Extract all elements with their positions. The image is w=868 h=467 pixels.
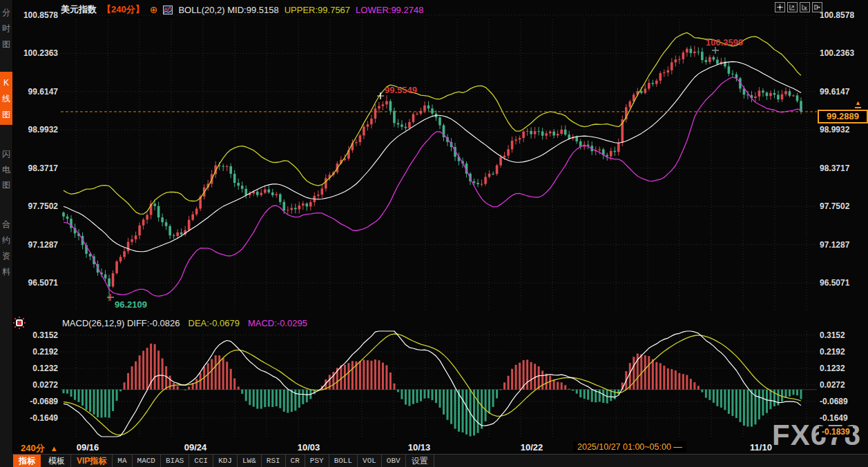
axis-label: 98.3717 — [14, 163, 58, 174]
axis-label: 98.9932 — [14, 124, 58, 135]
live-indicator-icon — [14, 317, 25, 328]
boll-upper-value: UPPER:99.7567 — [284, 5, 350, 15]
scale-up-icon[interactable] — [787, 2, 798, 12]
chart-tools — [775, 2, 822, 12]
toolbar-item-ma[interactable]: MA — [112, 455, 131, 467]
macd-bar-value: MACD:-0.0295 — [248, 318, 307, 328]
axis-label: 100.8578 — [820, 10, 865, 21]
sidebar-tab-shandiantu[interactable]: 闪 电 图 — [0, 143, 12, 195]
axis-label: 100.2363 — [14, 48, 58, 59]
boll-lower-value: LOWER:99.2748 — [356, 5, 423, 15]
boll-mid-value: BOLL(20,2) MID:99.5158 — [178, 5, 278, 15]
date-label: 10/22 — [501, 442, 563, 453]
toolbar-item-rsi[interactable]: RSI — [261, 455, 285, 467]
crosshair-icon[interactable] — [775, 2, 785, 12]
svg-text:100.3599: 100.3599 — [706, 37, 743, 48]
symbol-name: 美元指数 — [61, 3, 97, 16]
axis-label: 97.7502 — [14, 201, 58, 212]
toolbar-item-zhibiao[interactable]: 指标 — [13, 455, 41, 467]
timeframe-label: 【240分】 — [102, 3, 144, 16]
toolbar-item-shezhi[interactable]: 设置 — [405, 455, 434, 467]
current-price-box: 99.2889 — [818, 110, 868, 123]
axis-label: 98.3717 — [820, 163, 865, 174]
axis-label: 99.6147 — [14, 86, 58, 97]
add-indicator-icon[interactable]: ⊕ — [150, 5, 158, 14]
indicator-toolbar: 指标模板VIP指标MAMACDBIASCCIKDJLW&RSICRPSYBOLL… — [12, 454, 868, 467]
axis-label: -0.1649 — [14, 413, 58, 424]
axis-label: 0.0272 — [14, 379, 58, 390]
date-label: 09/16 — [57, 442, 119, 453]
axis-label: 98.9932 — [820, 124, 865, 135]
axis-label: 100.8578 — [14, 10, 58, 21]
date-label: 09/24 — [164, 442, 226, 453]
axis-label: 97.1287 — [820, 239, 865, 250]
sidebar-tab-heyueziliao[interactable]: 合 约 资 料 — [0, 213, 12, 281]
axis-label: 0.2192 — [820, 346, 865, 357]
macd-legend: MACD(26,12,9) DIFF:-0.0826 DEA:-0.0679 M… — [62, 318, 307, 328]
date-label: 10/03 — [278, 442, 340, 453]
toolbar-item-obv[interactable]: OBV — [381, 455, 405, 467]
scale-right-icon[interactable] — [800, 2, 810, 12]
timeframe-selector[interactable]: 240分▲ — [21, 442, 58, 455]
axis-label: 0.1232 — [820, 363, 865, 374]
axis-label: 0.3152 — [820, 330, 865, 341]
toolbar-item-moban[interactable]: 模板 — [43, 455, 70, 467]
date-label: 10/13 — [388, 442, 450, 453]
macd-dea-value: DEA:-0.0679 — [189, 318, 240, 328]
chart-legend: 美元指数 【240分】 ⊕ BOLL(20,2) MID:99.5158 UPP… — [61, 3, 423, 16]
axis-label: 0.1232 — [14, 363, 58, 374]
sidebar-tab-kxiantu[interactable]: K 线 图 — [0, 72, 12, 124]
session-info: 2025/10/27 01:00~05:00 — — [573, 441, 686, 453]
toolbar-item-vol[interactable]: VOL — [357, 455, 381, 467]
shift-right-icon[interactable] — [812, 2, 822, 12]
macd-current-value: -0.1839 — [819, 426, 853, 437]
chart-type-icon[interactable] — [163, 6, 173, 14]
chart-canvas[interactable]: 100.359999.554996.2109 — [0, 0, 868, 467]
time-axis: 240分▲ 2025/10/27 01:00~05:00 — 09/1609/2… — [12, 440, 868, 454]
axis-label: 0.3152 — [14, 330, 58, 341]
sidebar: 分 时 图K 线 图闪 电 图合 约 资 料 — [0, 0, 13, 467]
toolbar-item-cci[interactable]: CCI — [189, 455, 213, 467]
svg-text:99.5549: 99.5549 — [385, 85, 417, 95]
sidebar-tab-fenshitu[interactable]: 分 时 图 — [0, 1, 12, 54]
axis-label: 0.0272 — [820, 379, 865, 390]
axis-label: 97.7502 — [820, 201, 865, 212]
axis-label: -0.0689 — [14, 396, 58, 407]
axis-label: -0.0689 — [820, 396, 865, 407]
toolbar-item-vip[interactable]: VIP指标 — [70, 455, 112, 467]
axis-label: 96.5071 — [820, 277, 865, 288]
toolbar-item-cr[interactable]: CR — [285, 455, 305, 467]
toolbar-item-kdj[interactable]: KDJ — [213, 455, 237, 467]
price-arrow-icon: ▲ — [855, 100, 861, 108]
toolbar-item-boll[interactable]: BOLL — [329, 455, 357, 467]
axis-label: 100.2363 — [820, 48, 865, 59]
toolbar-item-psy[interactable]: PSY — [305, 455, 329, 467]
toolbar-item-macd[interactable]: MACD — [132, 455, 160, 467]
axis-label: 0.2192 — [14, 346, 58, 357]
axis-label: 97.1287 — [14, 239, 58, 250]
trading-app-window: 100.359999.554996.2109 分 时 图K 线 图闪 电 图合 … — [0, 0, 868, 467]
axis-label: 99.6147 — [820, 86, 865, 97]
toolbar-item-lwr[interactable]: LW& — [237, 455, 261, 467]
svg-text:96.2109: 96.2109 — [115, 299, 147, 310]
axis-label: 96.5071 — [14, 277, 58, 288]
macd-diff-value: MACD(26,12,9) DIFF:-0.0826 — [62, 318, 180, 328]
toolbar-item-bias[interactable]: BIAS — [160, 455, 189, 467]
